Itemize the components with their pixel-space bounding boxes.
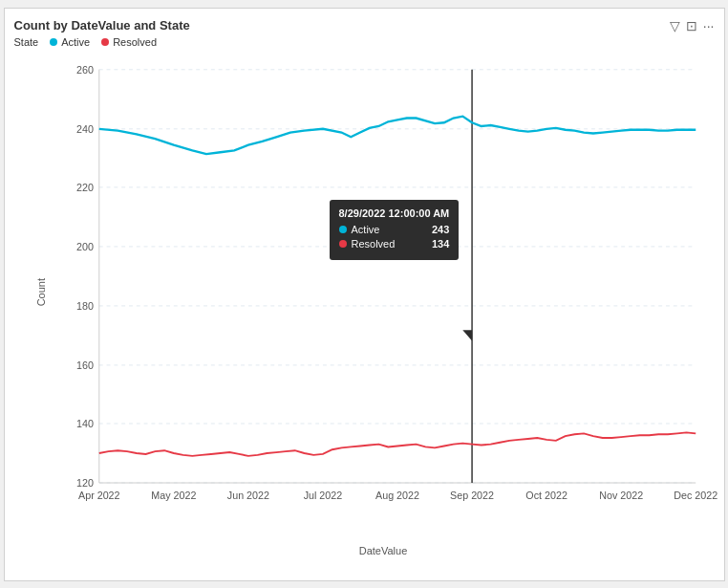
svg-text:May 2022: May 2022 <box>151 490 196 501</box>
legend-resolved-dot <box>101 38 109 46</box>
legend-resolved: Resolved <box>101 36 157 48</box>
resolved-line <box>98 432 695 455</box>
chart-legend: State Active Resolved <box>14 36 715 48</box>
svg-text:Jun 2022: Jun 2022 <box>226 490 268 501</box>
svg-text:Apr 2022: Apr 2022 <box>78 490 120 501</box>
more-icon[interactable]: ··· <box>703 18 715 33</box>
active-line <box>98 116 695 153</box>
toolbar: ▽ ⊡ ··· <box>670 18 715 33</box>
svg-text:240: 240 <box>76 122 94 134</box>
svg-text:120: 120 <box>76 476 94 488</box>
y-axis-label: Count <box>35 278 47 306</box>
svg-text:140: 140 <box>76 417 94 428</box>
svg-text:Oct 2022: Oct 2022 <box>525 490 567 501</box>
legend-resolved-label: Resolved <box>113 36 157 48</box>
legend-active: Active <box>50 36 90 48</box>
legend-active-label: Active <box>61 36 90 48</box>
filter-icon[interactable]: ▽ <box>670 18 680 33</box>
svg-text:Sep 2022: Sep 2022 <box>450 490 494 501</box>
svg-text:Nov 2022: Nov 2022 <box>599 490 643 501</box>
chart-title: Count by DateValue and State <box>14 18 715 33</box>
x-axis-label: DateValue <box>359 545 408 556</box>
expand-icon[interactable]: ⊡ <box>686 18 697 33</box>
svg-marker-28 <box>462 330 472 340</box>
svg-text:180: 180 <box>76 299 94 311</box>
svg-text:260: 260 <box>76 63 94 75</box>
svg-text:160: 160 <box>76 359 94 370</box>
legend-state-label: State <box>14 36 39 48</box>
svg-text:220: 220 <box>76 181 94 192</box>
svg-text:200: 200 <box>76 240 94 251</box>
svg-text:Dec 2022: Dec 2022 <box>674 490 717 501</box>
chart-container: Count by DateValue and State State Activ… <box>4 8 725 581</box>
chart-svg: .grid-line { stroke: #e0e8f0; stroke-wid… <box>53 52 705 528</box>
chart-area: Count .grid-line { stroke: #e0e8f0; stro… <box>14 52 715 556</box>
svg-text:Jul 2022: Jul 2022 <box>303 490 342 501</box>
svg-text:Aug 2022: Aug 2022 <box>375 490 419 501</box>
legend-active-dot <box>50 38 57 46</box>
